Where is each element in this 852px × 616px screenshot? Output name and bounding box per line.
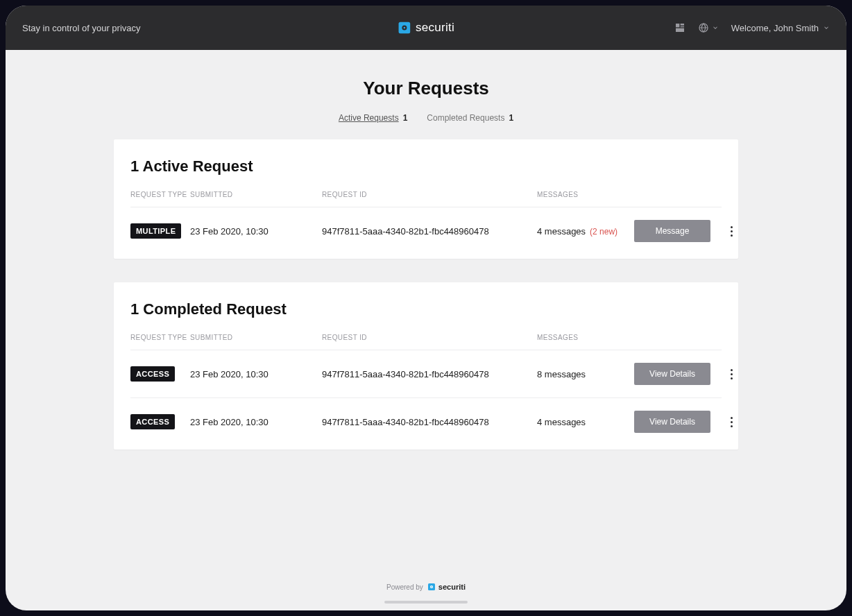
brand-mark-icon <box>398 21 411 35</box>
tagline: Stay in control of your privacy <box>22 23 141 33</box>
table-row: ACCESS 23 Feb 2020, 10:30 947f7811-5aaa-… <box>130 350 722 397</box>
col-request-id: REQUEST ID <box>322 191 537 198</box>
more-options-icon[interactable] <box>724 367 738 381</box>
table-header: REQUEST TYPE SUBMITTED REQUEST ID MESSAG… <box>130 334 722 350</box>
col-messages: MESSAGES <box>537 334 634 341</box>
welcome-text: Welcome, John Smith <box>731 23 819 33</box>
svg-rect-3 <box>676 24 679 27</box>
table-row: ACCESS 23 Feb 2020, 10:30 947f7811-5aaa-… <box>130 397 722 445</box>
message-button[interactable]: Message <box>634 220 710 242</box>
card-heading: 1 Active Request <box>130 157 722 176</box>
submitted-date: 23 Feb 2020, 10:30 <box>190 226 322 237</box>
tab-label: Active Requests <box>339 113 399 123</box>
topbar: Stay in control of your privacy securiti <box>6 6 846 50</box>
svg-rect-5 <box>680 26 683 27</box>
col-submitted: SUBMITTED <box>190 191 322 198</box>
completed-requests-card: 1 Completed Request REQUEST TYPE SUBMITT… <box>114 282 738 450</box>
footer-brand-name: securiti <box>438 583 466 591</box>
col-request-id: REQUEST ID <box>322 334 537 341</box>
submitted-date: 23 Feb 2020, 10:30 <box>190 417 322 427</box>
brand-logo: securiti <box>398 21 454 35</box>
messages-cell: 8 messages <box>537 369 634 379</box>
tab-count: 1 <box>509 113 513 123</box>
view-details-button[interactable]: View Details <box>634 363 710 385</box>
user-menu[interactable]: Welcome, John Smith <box>731 23 830 33</box>
footer-brand: securiti <box>427 583 466 591</box>
col-request-type: REQUEST TYPE <box>130 191 190 198</box>
table-row: MULTIPLE 23 Feb 2020, 10:30 947f7811-5aa… <box>130 207 722 255</box>
message-count: 4 messages <box>537 226 586 237</box>
main-content: Your Requests Active Requests 1 Complete… <box>6 50 846 610</box>
request-id: 947f7811-5aaa-4340-82b1-fbc448960478 <box>322 417 537 427</box>
active-requests-card: 1 Active Request REQUEST TYPE SUBMITTED … <box>114 139 738 259</box>
request-id: 947f7811-5aaa-4340-82b1-fbc448960478 <box>322 369 537 379</box>
svg-point-2 <box>404 27 406 29</box>
device-frame: Stay in control of your privacy securiti <box>6 6 846 610</box>
home-indicator <box>384 601 468 604</box>
request-type-badge: ACCESS <box>130 414 175 429</box>
chevron-down-icon <box>712 24 719 31</box>
col-submitted: SUBMITTED <box>190 334 322 341</box>
chevron-down-icon <box>823 24 830 31</box>
language-selector[interactable] <box>698 22 719 33</box>
card-heading: 1 Completed Request <box>130 300 722 318</box>
table-header: REQUEST TYPE SUBMITTED REQUEST ID MESSAG… <box>130 191 722 207</box>
messages-cell: 4 messages (2 new) <box>537 226 634 237</box>
message-count: 4 messages <box>537 417 586 427</box>
col-request-type: REQUEST TYPE <box>130 334 190 341</box>
topbar-right: Welcome, John Smith <box>674 22 830 33</box>
more-options-icon[interactable] <box>724 224 738 238</box>
brand-name: securiti <box>416 21 454 35</box>
request-type-badge: ACCESS <box>130 366 175 382</box>
request-type-badge: MULTIPLE <box>130 223 181 239</box>
svg-point-10 <box>431 586 432 588</box>
tab-active-requests[interactable]: Active Requests 1 <box>339 113 407 123</box>
dashboard-icon[interactable] <box>674 22 685 33</box>
brand-mark-icon <box>427 583 436 591</box>
request-id: 947f7811-5aaa-4340-82b1-fbc448960478 <box>322 226 537 237</box>
more-options-icon[interactable] <box>724 415 738 429</box>
footer: Powered by securiti <box>6 583 846 591</box>
submitted-date: 23 Feb 2020, 10:30 <box>190 369 322 379</box>
svg-rect-4 <box>680 24 683 26</box>
new-message-count: (2 new) <box>590 227 617 237</box>
tab-completed-requests[interactable]: Completed Requests 1 <box>427 113 513 123</box>
tab-label: Completed Requests <box>427 113 504 123</box>
tabs: Active Requests 1 Completed Requests 1 <box>339 113 513 123</box>
view-details-button[interactable]: View Details <box>634 411 710 433</box>
col-messages: MESSAGES <box>537 191 634 198</box>
tab-count: 1 <box>403 113 408 123</box>
powered-by-label: Powered by <box>386 583 423 591</box>
svg-rect-6 <box>676 28 684 32</box>
message-count: 8 messages <box>537 369 586 379</box>
messages-cell: 4 messages <box>537 417 634 427</box>
page-title: Your Requests <box>363 78 489 99</box>
